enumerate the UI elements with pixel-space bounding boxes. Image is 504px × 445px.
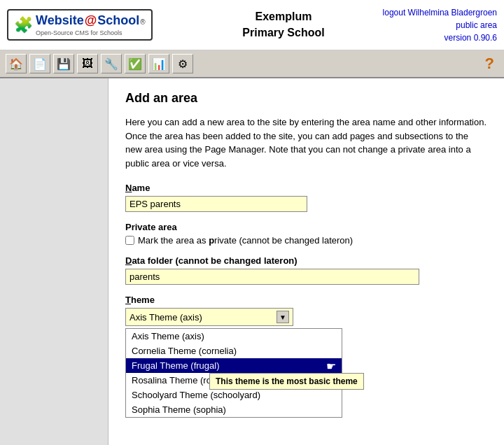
dropdown-item-axis[interactable]: Axis Theme (axis) bbox=[126, 329, 342, 344]
theme-select[interactable]: Axis Theme (axis) ▼ bbox=[125, 308, 293, 326]
name-label-underline: N bbox=[125, 183, 132, 193]
name-label: Name bbox=[125, 183, 487, 193]
page-title: Add an area bbox=[125, 91, 487, 106]
name-label-rest: ame bbox=[132, 183, 150, 193]
private-checkbox-label: Mark the area as private (cannot be chan… bbox=[138, 235, 353, 246]
data-folder-input[interactable] bbox=[125, 269, 419, 285]
theme-dropdown-menu: Axis Theme (axis) Cornelia Theme (cornel… bbox=[125, 328, 342, 418]
toolbar-home-btn[interactable]: 🏠 bbox=[6, 54, 27, 73]
private-label-bold: p bbox=[209, 235, 214, 246]
logo-school: School bbox=[97, 13, 139, 28]
dropdown-item-rosalina[interactable]: Rosalina Theme (rosalina) bbox=[126, 373, 342, 388]
toolbar: 🏠 📄 💾 🖼 🔧 ✅ 📊 ⚙ ? bbox=[0, 50, 504, 78]
toolbar-save-btn[interactable]: 💾 bbox=[53, 54, 74, 73]
theme-section: Theme Axis Theme (axis) ▼ Save Cancel Ax… bbox=[125, 295, 487, 351]
logo-at: @ bbox=[85, 13, 97, 28]
dropdown-item-cornelia[interactable]: Cornelia Theme (cornelia) bbox=[126, 344, 342, 358]
site-name: Exemplum bbox=[210, 9, 357, 24]
header: 🧩 Website @ School ® Open-Source CMS for… bbox=[0, 0, 504, 50]
content-area: Add an area Here you can add a new area … bbox=[108, 78, 504, 445]
name-input[interactable] bbox=[125, 196, 307, 212]
toolbar-settings-btn[interactable]: ⚙ bbox=[172, 54, 193, 73]
user-info[interactable]: logout Wilhelmina Bladergroen public are… bbox=[357, 6, 497, 44]
logo-box: 🧩 Website @ School ® Open-Source CMS for… bbox=[7, 9, 153, 41]
cursor-hand-icon: ☛ bbox=[326, 360, 336, 373]
user-area: public area bbox=[357, 19, 497, 31]
private-area-section: Private area Mark the area as private (c… bbox=[125, 222, 487, 246]
theme-selected-text: Axis Theme (axis) bbox=[130, 312, 202, 323]
dropdown-item-sophia[interactable]: Sophia Theme (sophia) bbox=[126, 402, 342, 417]
toolbar-chart-btn[interactable]: 📊 bbox=[148, 54, 169, 73]
logo-area: 🧩 Website @ School ® Open-Source CMS for… bbox=[7, 9, 210, 41]
private-checkbox-row: Mark the area as private (cannot be chan… bbox=[125, 235, 487, 246]
version-text: version 0.90.6 bbox=[357, 31, 497, 44]
logo-subtitle: Open-Source CMS for Schools bbox=[36, 29, 146, 36]
private-area-label: Private area bbox=[125, 222, 487, 232]
private-checkbox[interactable] bbox=[125, 236, 134, 245]
toolbar-image-btn[interactable]: 🖼 bbox=[77, 54, 98, 73]
toolbar-page-btn[interactable]: 📄 bbox=[29, 54, 50, 73]
theme-dropdown-arrow[interactable]: ▼ bbox=[276, 311, 289, 323]
toolbar-check-btn[interactable]: ✅ bbox=[125, 54, 146, 73]
data-folder-underline: D bbox=[125, 255, 132, 266]
logo-puzzle-icon: 🧩 bbox=[14, 16, 33, 34]
logo-text-block: Website @ School ® Open-Source CMS for S… bbox=[36, 13, 146, 36]
logout-link[interactable]: logout Wilhelmina Bladergroen bbox=[357, 6, 497, 19]
site-subtitle: Primary School bbox=[210, 25, 357, 41]
toolbar-tools-btn[interactable]: 🔧 bbox=[101, 54, 122, 73]
logo-reg: ® bbox=[140, 18, 145, 26]
sidebar bbox=[0, 78, 108, 445]
logo-website: Website bbox=[36, 13, 84, 28]
data-folder-rest: ata folder (cannot be changed lateron) bbox=[132, 255, 297, 266]
description-text: Here you can add a new area to the site … bbox=[125, 115, 487, 170]
main-layout: Add an area Here you can add a new area … bbox=[0, 78, 504, 445]
theme-underline: T bbox=[125, 295, 131, 305]
data-folder-label: Data folder (cannot be changed lateron) bbox=[125, 255, 487, 266]
help-icon[interactable]: ? bbox=[481, 55, 498, 73]
site-title: Exemplum Primary School bbox=[210, 9, 357, 41]
dropdown-item-frugal[interactable]: Frugal Theme (frugal) ☛ bbox=[126, 358, 342, 373]
theme-label: Theme bbox=[125, 295, 487, 305]
theme-label-rest: heme bbox=[131, 295, 155, 305]
dropdown-item-schoolyard[interactable]: Schoolyard Theme (schoolyard) bbox=[126, 388, 342, 402]
